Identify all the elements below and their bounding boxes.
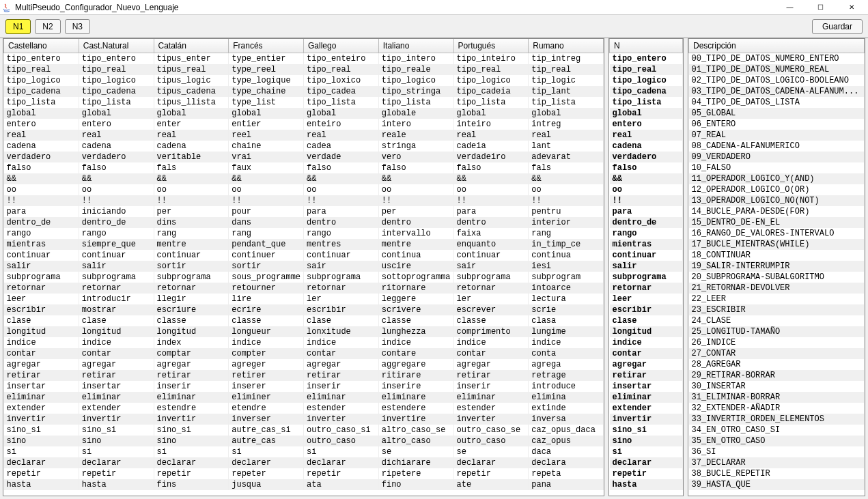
table-cell[interactable]: sino (154, 436, 229, 446)
table-row[interactable]: 27_CONTAR (689, 348, 865, 359)
table-cell[interactable]: in_timp_ce (529, 239, 604, 250)
table-cell[interactable]: salir (79, 261, 154, 272)
table-cell[interactable]: 05_GLOBAL (689, 108, 865, 119)
table-cell[interactable]: clase (610, 315, 683, 326)
table-cell[interactable]: cadena (154, 141, 229, 152)
table-cell[interactable]: sair (453, 261, 529, 272)
table-cell[interactable]: si (79, 446, 154, 457)
table-cell[interactable]: longitud (79, 326, 154, 337)
table-cell[interactable]: !! (154, 195, 229, 206)
table-row[interactable]: si (610, 446, 683, 457)
table-cell[interactable]: escribir (610, 304, 683, 315)
table-cell[interactable]: tipus_cadena (154, 86, 229, 97)
table-cell[interactable]: leggere (378, 294, 453, 304)
table-row[interactable]: contar (610, 348, 683, 359)
table-cell[interactable]: && (79, 173, 154, 184)
table-cell[interactable]: inverser (229, 414, 304, 425)
table-cell[interactable]: && (610, 173, 683, 184)
table-cell[interactable]: comptar (154, 348, 229, 359)
table-row[interactable]: falso (610, 162, 683, 173)
table-cell[interactable]: tipo_cadeia (453, 86, 529, 97)
table-cell[interactable]: retirar (4, 370, 79, 381)
table-cell[interactable]: altro_caso (378, 436, 453, 446)
table-cell[interactable]: globale (378, 108, 453, 119)
table-cell[interactable]: stringa (378, 141, 453, 152)
table-cell[interactable]: 39_HASTA_QUE (689, 479, 865, 490)
table-cell[interactable]: subprograma (610, 272, 683, 283)
table-cell[interactable]: 33_INVERTIR_ORDEN_ELEMENTOS (689, 414, 865, 425)
table-cell[interactable]: vero (378, 152, 453, 162)
table-cell[interactable]: type_logique (229, 75, 304, 86)
table-row[interactable]: cadena (610, 141, 683, 152)
table-row[interactable]: tipo_enterotipo_enterotipus_entertype_en… (4, 53, 604, 64)
table-cell[interactable]: hasta (4, 479, 79, 490)
table-cell[interactable]: tipo_real (4, 64, 79, 75)
table-cell[interactable]: real (610, 130, 683, 141)
table-cell[interactable]: inverter (453, 414, 529, 425)
table-cell[interactable]: extender (4, 403, 79, 414)
table-cell[interactable]: declarar (79, 457, 154, 468)
table-cell[interactable]: estender (304, 403, 379, 414)
table-cell[interactable]: mostrar (79, 304, 154, 315)
table-row[interactable]: 35_EN_OTRO_CASO (689, 436, 865, 446)
table-cell[interactable]: veritable (154, 152, 229, 162)
table-cell[interactable]: tipo_logico (4, 75, 79, 86)
table-row[interactable]: realrealrealreelrealrealerealreal (4, 130, 604, 141)
table-cell[interactable]: pana (529, 479, 604, 490)
table-row[interactable]: tipo_realtipo_realtipus_realtype_reeltip… (4, 64, 604, 75)
table-cell[interactable]: si (154, 446, 229, 457)
table-cell[interactable]: dentro_de (79, 217, 154, 228)
table-row[interactable]: eliminareliminareliminareliminereliminar… (4, 392, 604, 403)
table-cell[interactable]: clase (304, 315, 379, 326)
table-cell[interactable]: entero (610, 119, 683, 130)
table-row[interactable]: 07_REAL (689, 130, 865, 141)
table-cell[interactable]: tipo_logico (610, 75, 683, 86)
table-row[interactable]: tipo_cadenatipo_cadenatipus_cadenatype_c… (4, 86, 604, 97)
table-cell[interactable]: 10_FALSO (689, 162, 865, 173)
table-cell[interactable]: 09_VERDADERO (689, 152, 865, 162)
table-cell[interactable]: 03_TIPO_DE_DATOS_CADENA-ALFANUM... (689, 86, 865, 97)
n3-button[interactable]: N3 (65, 19, 90, 34)
table-cell[interactable]: dins (154, 217, 229, 228)
table-cell[interactable]: aggregare (378, 359, 453, 370)
table-row[interactable]: falsofalsofalsfauxfalsofalsofalsofals (4, 162, 604, 173)
table-cell[interactable]: classe (154, 315, 229, 326)
n-header[interactable]: N (610, 39, 683, 53)
table-row[interactable]: 00_TIPO_DE_DATOS_NUMERO_ENTERO (689, 53, 865, 64)
table-cell[interactable]: repetir (610, 468, 683, 479)
table-row[interactable]: 12_OPERADOR_LOGICO_O(OR) (689, 184, 865, 195)
table-cell[interactable]: invertir (4, 414, 79, 425)
table-cell[interactable]: dichiarare (378, 457, 453, 468)
table-cell[interactable]: ata (304, 479, 379, 490)
table-cell[interactable]: 01_TIPO_DE_DATOS_NUMERO_REAL (689, 64, 865, 75)
table-row[interactable]: oooooooooooooooo (4, 184, 604, 195)
table-cell[interactable]: mientras (4, 239, 79, 250)
table-row[interactable]: hastahastafinsjusquaatafinoatepana (4, 479, 604, 490)
table-cell[interactable]: clase (4, 315, 79, 326)
table-cell[interactable]: declarar (610, 457, 683, 468)
table-cell[interactable]: declarar (4, 457, 79, 468)
table-cell[interactable]: tipo_entero (610, 53, 683, 64)
table-cell[interactable]: insertar (610, 381, 683, 392)
table-row[interactable]: indiceindiceindexindiceindiceindiceindic… (4, 337, 604, 348)
table-cell[interactable]: insertar (4, 381, 79, 392)
column-header[interactable]: Portugués (453, 39, 529, 53)
table-cell[interactable]: global (453, 108, 529, 119)
table-cell[interactable]: declarer (229, 457, 304, 468)
table-cell[interactable]: tipo_real (453, 64, 529, 75)
table-cell[interactable]: 12_OPERADOR_LOGICO_O(OR) (689, 184, 865, 195)
table-cell[interactable]: agregar (79, 359, 154, 370)
table-cell[interactable]: sous_programme (229, 272, 304, 283)
table-cell[interactable]: tipo_logico (79, 75, 154, 86)
table-cell[interactable]: classe (229, 315, 304, 326)
table-row[interactable]: 15_DENTRO_DE-EN_EL (689, 217, 865, 228)
table-cell[interactable]: && (304, 173, 379, 184)
table-cell[interactable]: inserer (229, 381, 304, 392)
table-row[interactable]: tipo_cadena (610, 86, 683, 97)
table-cell[interactable]: scrie (529, 304, 604, 315)
table-cell[interactable]: pour (229, 206, 304, 217)
table-cell[interactable]: retirar (154, 370, 229, 381)
table-row[interactable]: 24_CLASE (689, 315, 865, 326)
table-cell[interactable]: eliminar (453, 392, 529, 403)
table-cell[interactable]: type_entier (229, 53, 304, 64)
